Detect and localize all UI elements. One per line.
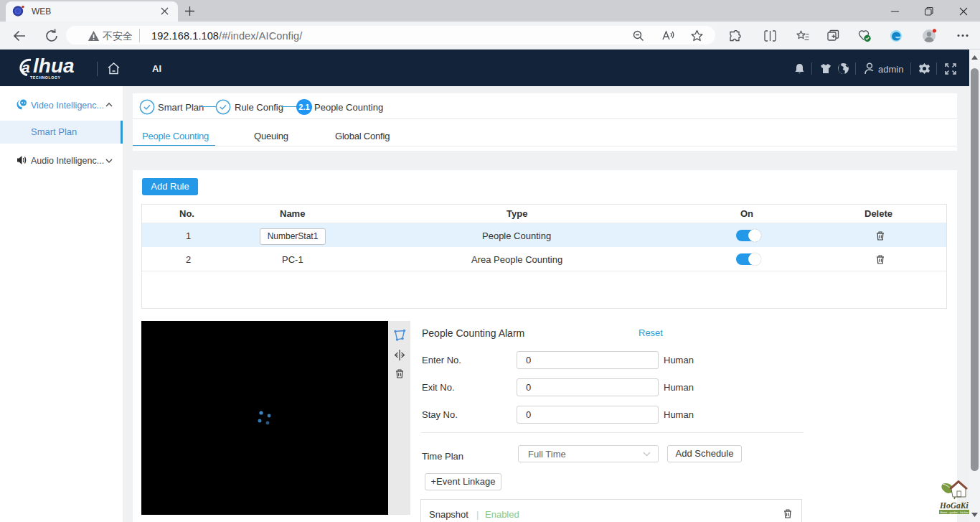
svg-text:TECHNOLOGY: TECHNOLOGY [30, 75, 61, 80]
svg-text:HoGaKi: HoGaKi [939, 501, 969, 510]
svg-text:Home - garden - kitchen: Home - garden - kitchen [941, 511, 969, 514]
svg-text:lhua: lhua [33, 55, 75, 77]
